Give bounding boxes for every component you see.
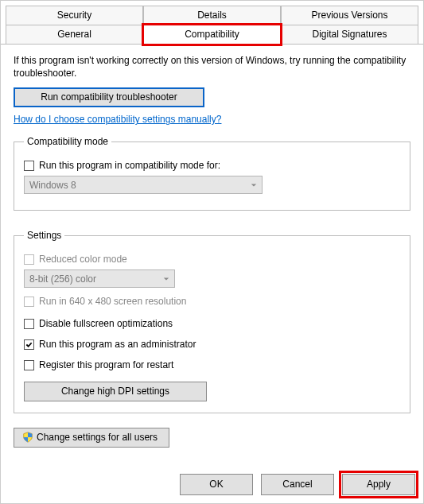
shield-icon: [22, 432, 33, 443]
cancel-button[interactable]: Cancel: [261, 474, 334, 495]
compat-mode-combo-value: Windows 8: [29, 180, 76, 191]
reduced-color-label: Reduced color mode: [39, 254, 127, 265]
tab-compatibility[interactable]: Compatibility: [143, 25, 281, 45]
tab-row-2: General Compatibility Digital Signatures: [6, 25, 418, 45]
run-as-admin-checkbox[interactable]: [24, 339, 34, 350]
run-troubleshooter-button[interactable]: Run compatibility troubleshooter: [14, 87, 204, 107]
tab-area: Security Details Previous Versions Gener…: [1, 1, 423, 45]
compat-mode-checkbox[interactable]: [24, 161, 34, 171]
disable-fullscreen-checkbox[interactable]: [24, 319, 34, 329]
dialog-button-bar: OK Cancel Apply: [180, 474, 415, 495]
settings-legend: Settings: [24, 230, 64, 241]
change-dpi-button[interactable]: Change high DPI settings: [24, 382, 207, 401]
tab-row-1: Security Details Previous Versions: [6, 6, 418, 25]
properties-dialog: Security Details Previous Versions Gener…: [0, 0, 424, 504]
chevron-down-icon: [251, 182, 257, 188]
disable-fullscreen-label: Disable fullscreen optimizations: [39, 318, 173, 329]
change-all-users-button[interactable]: Change settings for all users: [14, 428, 169, 448]
tab-digital-signatures[interactable]: Digital Signatures: [281, 25, 418, 45]
run-as-admin-label: Run this program as an administrator: [39, 339, 196, 350]
help-link[interactable]: How do I choose compatibility settings m…: [14, 114, 221, 125]
run-640-checkbox: [24, 297, 34, 307]
tab-content: If this program isn't working correctly …: [1, 44, 423, 454]
color-mode-value: 8-bit (256) color: [29, 273, 96, 285]
compat-mode-checkbox-label: Run this program in compatibility mode f…: [39, 160, 220, 171]
settings-group: Settings Reduced color mode 8-bit (256) …: [14, 230, 410, 413]
check-icon: [25, 341, 33, 348]
intro-text: If this program isn't working correctly …: [14, 54, 410, 79]
compat-mode-legend: Compatibility mode: [24, 136, 111, 147]
tab-general[interactable]: General: [6, 25, 143, 45]
tab-security[interactable]: Security: [6, 6, 143, 25]
change-all-users-label: Change settings for all users: [37, 432, 158, 443]
compatibility-mode-group: Compatibility mode Run this program in c…: [14, 136, 410, 211]
chevron-down-icon: [163, 276, 169, 282]
register-restart-checkbox[interactable]: [24, 360, 34, 370]
run-640-label: Run in 640 x 480 screen resolution: [39, 296, 186, 307]
ok-button[interactable]: OK: [180, 474, 253, 495]
tab-previous-versions[interactable]: Previous Versions: [281, 6, 418, 25]
compat-mode-combo[interactable]: Windows 8: [24, 176, 263, 194]
reduced-color-checkbox: [24, 254, 34, 265]
color-mode-combo: 8-bit (256) color: [24, 269, 175, 288]
register-restart-label: Register this program for restart: [39, 359, 173, 370]
tab-details[interactable]: Details: [143, 6, 281, 25]
apply-button[interactable]: Apply: [342, 474, 415, 495]
